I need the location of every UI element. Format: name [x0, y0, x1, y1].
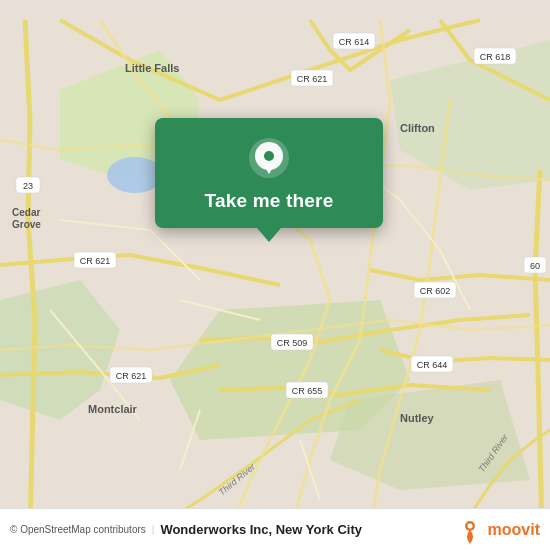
map-background: CR 614 CR 618 CR 621 23 CR 621 CR 602 CR…	[0, 0, 550, 550]
svg-text:CR 614: CR 614	[339, 37, 370, 47]
bottom-bar: © OpenStreetMap contributors | Wonderwor…	[0, 508, 550, 550]
svg-point-52	[467, 523, 472, 528]
map-container: CR 614 CR 618 CR 621 23 CR 621 CR 602 CR…	[0, 0, 550, 550]
moovit-logo: moovit	[456, 516, 540, 544]
svg-text:CR 621: CR 621	[80, 256, 111, 266]
svg-text:CR 644: CR 644	[417, 360, 448, 370]
svg-text:Nutley: Nutley	[400, 412, 435, 424]
svg-point-49	[264, 151, 274, 161]
svg-text:CR 618: CR 618	[480, 52, 511, 62]
svg-text:23: 23	[23, 181, 33, 191]
moovit-label: moovit	[488, 521, 540, 539]
svg-text:Clifton: Clifton	[400, 122, 435, 134]
svg-text:CR 621: CR 621	[116, 371, 147, 381]
svg-text:Little Falls: Little Falls	[125, 62, 179, 74]
svg-text:CR 602: CR 602	[420, 286, 451, 296]
separator: |	[152, 524, 155, 535]
svg-text:60: 60	[530, 261, 540, 271]
bottom-left-section: © OpenStreetMap contributors | Wonderwor…	[10, 522, 362, 537]
popup-card: Take me there	[155, 118, 383, 228]
svg-text:Grove: Grove	[12, 219, 41, 230]
svg-text:Montclair: Montclair	[88, 403, 138, 415]
svg-text:CR 621: CR 621	[297, 74, 328, 84]
take-me-there-button[interactable]: Take me there	[205, 190, 334, 212]
svg-text:Cedar: Cedar	[12, 207, 40, 218]
moovit-icon	[456, 516, 484, 544]
location-label: Wonderworks Inc, New York City	[160, 522, 362, 537]
svg-text:CR 509: CR 509	[277, 338, 308, 348]
location-pin-icon	[247, 136, 291, 180]
svg-text:CR 655: CR 655	[292, 386, 323, 396]
osm-attribution: © OpenStreetMap contributors	[10, 524, 146, 535]
